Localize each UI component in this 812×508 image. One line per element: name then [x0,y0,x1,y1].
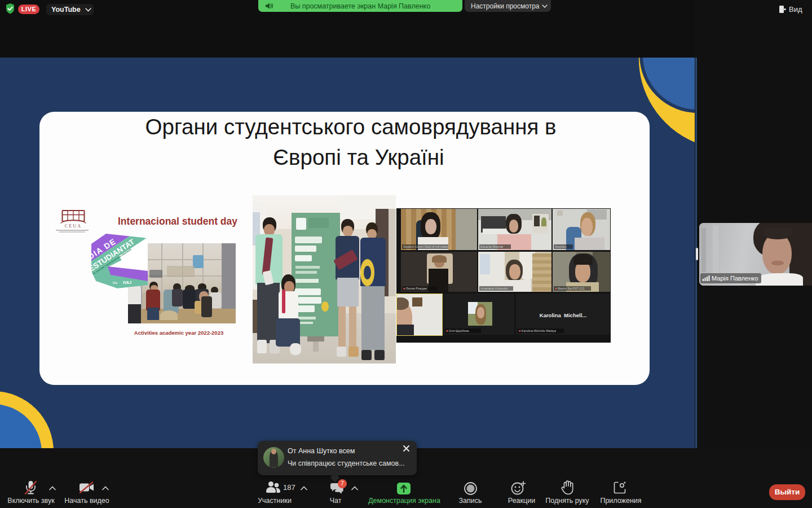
svg-text:CEUA: CEUA [65,224,82,229]
svg-text:IVAJ: IVAJ [123,281,131,284]
svg-text:Ello: Ello [113,281,118,284]
